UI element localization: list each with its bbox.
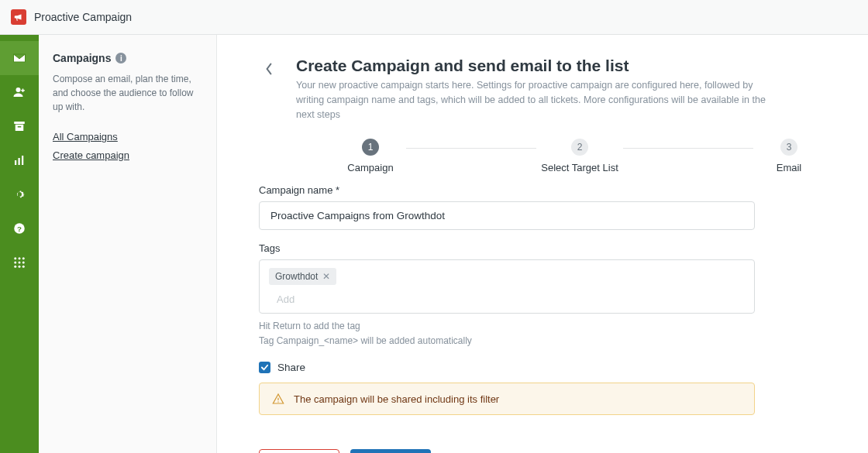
tags-label: Tags bbox=[259, 242, 826, 254]
step-number: 3 bbox=[780, 139, 797, 156]
svg-point-13 bbox=[19, 262, 21, 264]
step-connector bbox=[406, 148, 536, 149]
tag-chip: Growthdot ✕ bbox=[269, 268, 336, 285]
left-rail: ? bbox=[0, 35, 39, 453]
svg-rect-4 bbox=[15, 160, 16, 165]
svg-point-9 bbox=[14, 257, 16, 259]
chevron-left-icon bbox=[264, 63, 274, 75]
check-icon bbox=[260, 363, 269, 372]
step-label: Select Target List bbox=[541, 162, 618, 173]
svg-point-16 bbox=[19, 266, 21, 268]
gear-icon bbox=[12, 187, 26, 201]
apps-icon bbox=[12, 256, 26, 269]
share-checkbox[interactable] bbox=[259, 362, 270, 373]
svg-point-10 bbox=[19, 257, 21, 259]
svg-rect-5 bbox=[19, 158, 20, 165]
panel-title-text: Campaigns bbox=[53, 52, 111, 64]
back-button[interactable] bbox=[259, 59, 279, 79]
page-title: Create Campaign and send email to the li… bbox=[296, 57, 777, 75]
step-number: 2 bbox=[571, 139, 588, 156]
stepper: 1 Campaign 2 Select Target List 3 Email bbox=[259, 139, 826, 173]
warning-icon bbox=[272, 393, 284, 405]
svg-rect-2 bbox=[16, 125, 24, 131]
step-campaign[interactable]: 1 Campaign bbox=[339, 139, 401, 173]
svg-text:?: ? bbox=[17, 225, 22, 233]
info-icon[interactable]: i bbox=[115, 53, 126, 63]
step-label: Email bbox=[777, 162, 802, 173]
archive-icon bbox=[12, 119, 26, 133]
rail-item-analytics[interactable] bbox=[0, 143, 39, 177]
svg-point-17 bbox=[22, 266, 25, 268]
app-title: Proactive Campaign bbox=[34, 11, 132, 23]
panel-title: Campaigns i bbox=[53, 52, 202, 64]
bar-chart-icon bbox=[12, 153, 26, 167]
side-panel: Campaigns i Compose an email, plan the t… bbox=[39, 35, 217, 453]
link-create-campaign[interactable]: Create campaign bbox=[53, 149, 202, 161]
svg-rect-6 bbox=[22, 156, 23, 165]
tags-help-2: Tag Campaign_<name> will be added automa… bbox=[259, 334, 826, 348]
rail-item-settings[interactable] bbox=[0, 177, 39, 211]
svg-rect-1 bbox=[14, 122, 25, 124]
app-logo bbox=[11, 9, 26, 25]
svg-point-14 bbox=[22, 262, 25, 264]
rail-item-user[interactable] bbox=[0, 75, 39, 109]
campaign-name-input[interactable] bbox=[259, 201, 755, 230]
tag-chip-label: Growthdot bbox=[275, 271, 318, 282]
step-number: 1 bbox=[362, 139, 379, 156]
rail-item-archive[interactable] bbox=[0, 109, 39, 143]
share-label: Share bbox=[277, 362, 305, 373]
svg-point-19 bbox=[277, 402, 278, 403]
svg-rect-3 bbox=[18, 126, 22, 128]
step-label: Campaign bbox=[347, 162, 393, 173]
mail-icon bbox=[12, 50, 27, 66]
svg-point-12 bbox=[14, 262, 16, 264]
tag-input[interactable] bbox=[269, 290, 424, 308]
next-button[interactable]: Next bbox=[350, 449, 431, 453]
link-all-campaigns[interactable]: All Campaigns bbox=[53, 131, 202, 142]
step-email[interactable]: 3 Email bbox=[758, 139, 820, 173]
warning-text: The campaign will be shared including it… bbox=[294, 393, 499, 405]
rail-item-apps[interactable] bbox=[0, 245, 39, 280]
svg-point-0 bbox=[16, 88, 21, 92]
campaign-name-label: Campaign name * bbox=[259, 184, 826, 196]
rail-item-mail[interactable] bbox=[0, 41, 39, 75]
step-connector bbox=[623, 148, 753, 149]
action-bar: Cancel Next bbox=[259, 449, 826, 453]
main-content: Create Campaign and send email to the li… bbox=[217, 35, 868, 453]
tag-remove-icon[interactable]: ✕ bbox=[322, 271, 330, 282]
cancel-button[interactable]: Cancel bbox=[259, 449, 339, 453]
step-target-list[interactable]: 2 Select Target List bbox=[541, 139, 618, 173]
user-icon bbox=[12, 85, 26, 99]
panel-description: Compose an email, plan the time, and cho… bbox=[53, 72, 202, 114]
tags-help-1: Hit Return to add the tag bbox=[259, 319, 826, 333]
page-subtitle: Your new proactive campaign starts here.… bbox=[296, 78, 777, 122]
svg-point-11 bbox=[22, 257, 25, 259]
rail-item-help[interactable]: ? bbox=[0, 211, 39, 245]
help-icon: ? bbox=[12, 221, 26, 235]
megaphone-icon bbox=[13, 12, 24, 22]
share-warning: The campaign will be shared including it… bbox=[259, 383, 755, 415]
svg-point-15 bbox=[14, 266, 16, 268]
topbar: Proactive Campaign bbox=[0, 0, 868, 35]
tags-box[interactable]: Growthdot ✕ bbox=[259, 259, 755, 314]
